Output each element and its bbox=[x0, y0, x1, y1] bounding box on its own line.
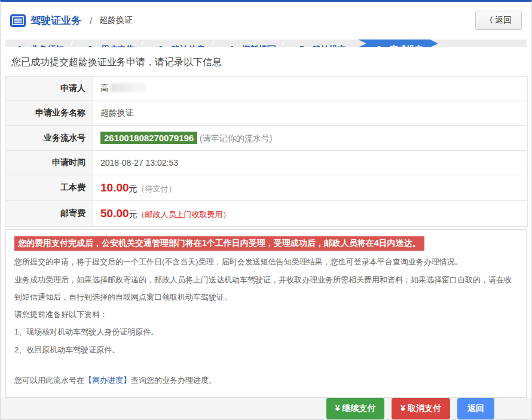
applicant-label: 申请人 bbox=[6, 77, 93, 101]
postage-fee-value: 50.00元（邮政人员上门收取费用） bbox=[93, 201, 528, 227]
postage-fee-amount: 50.00 bbox=[100, 207, 129, 220]
production-fee-note: （待支付） bbox=[137, 184, 176, 193]
production-fee-label: 工本费 bbox=[6, 175, 93, 201]
success-message: 您已成功提交超龄换证业务申请，请记录以下信息 bbox=[11, 56, 531, 69]
notice-box: 您的费用支付完成后，公安机关交通管理部门将在1个工作日内受理，受理成功后，邮政人… bbox=[5, 229, 527, 398]
serial-number-label: 业务流水号 bbox=[6, 126, 93, 151]
progress-query-line: 您可以用此流水号在【网办进度】查询您的业务办理进度。 bbox=[14, 372, 518, 389]
license-form-icon bbox=[10, 14, 26, 27]
breadcrumb-divider: / bbox=[90, 16, 92, 26]
step-3-confirm-info: 3、确认信息 bbox=[146, 39, 217, 47]
notice-paragraph-2: 业务成功受理后，如果选择邮政寄递的，邮政人员将上门送达机动车驾驶证，并收取办理业… bbox=[14, 271, 518, 306]
payment-warning-banner: 您的费用支付完成后，公安机关交通管理部门将在1个工作日内受理，受理成功后，邮政人… bbox=[14, 236, 424, 251]
table-row-applicant: 申请人 高 bbox=[6, 77, 528, 101]
notice-paragraph-3: 请您提前准备好以下资料： bbox=[14, 306, 518, 323]
business-name-label: 申请业务名称 bbox=[6, 101, 93, 126]
notice-paragraph-5: 2、收回原机动车驾驶证原件。 bbox=[14, 341, 518, 358]
redacted-name bbox=[111, 83, 145, 92]
chevron-left-icon: 〈 bbox=[485, 16, 493, 25]
step-progress-bar: 1、业务须知 2、用户申告 3、确认信息 4、资料填写 5、确认提交 6、完成提… bbox=[5, 39, 527, 47]
page-container: 驾驶证业务 / 超龄换证 〈返回 1、业务须知 2、用户申告 3、确认信息 4、… bbox=[0, 0, 532, 420]
table-row-serial-number: 业务流水号 261001808270079196 (请牢记你的流水号) bbox=[6, 126, 528, 151]
application-details-table: 申请人 高 申请业务名称 超龄换证 业务流水号 2610018082700791… bbox=[5, 76, 528, 227]
table-row-postage-fee: 邮寄费 50.00元（邮政人员上门收取费用） bbox=[6, 201, 528, 227]
online-progress-link[interactable]: 【网办进度】 bbox=[84, 376, 131, 385]
step-4-fill-materials: 4、资料填写 bbox=[217, 39, 288, 47]
postage-fee-note: （邮政人员上门收取费用） bbox=[137, 210, 231, 219]
continue-payment-button[interactable]: ¥ 继续支付 bbox=[326, 398, 385, 419]
postage-fee-label: 邮寄费 bbox=[6, 201, 93, 227]
footer-action-bar: ¥ 继续支付 ¥ 取消支付 返回 bbox=[1, 398, 531, 419]
applicant-name: 高 bbox=[100, 83, 109, 93]
table-row-production-fee: 工本费 10.00元（待支付） bbox=[6, 175, 528, 201]
apply-time-value: 2018-08-27 13:02:53 bbox=[93, 151, 528, 175]
business-name-value: 超龄换证 bbox=[93, 101, 528, 126]
header-back-label: 返回 bbox=[495, 15, 512, 25]
table-row-apply-time: 申请时间 2018-08-27 13:02:53 bbox=[6, 151, 528, 175]
production-fee-value: 10.00元（待支付） bbox=[93, 175, 528, 201]
step-2-user-declaration: 2、用户申告 bbox=[76, 39, 146, 47]
step-5-confirm-submit: 5、确认提交 bbox=[288, 39, 358, 47]
production-fee-unit: 元 bbox=[129, 184, 137, 193]
postage-fee-unit: 元 bbox=[129, 209, 137, 219]
page-title: 驾驶证业务 bbox=[30, 14, 81, 28]
progress-suffix: 查询您的业务办理进度。 bbox=[131, 376, 216, 385]
applicant-value: 高 bbox=[93, 77, 528, 101]
breadcrumb: 驾驶证业务 / 超龄换证 bbox=[10, 14, 133, 28]
footer-back-button[interactable]: 返回 bbox=[457, 398, 494, 419]
page-subtitle: 超龄换证 bbox=[99, 15, 133, 26]
cancel-payment-button[interactable]: ¥ 取消支付 bbox=[392, 398, 450, 419]
step-1-business-notes: 1、业务须知 bbox=[5, 39, 76, 47]
header: 驾驶证业务 / 超龄换证 〈返回 bbox=[1, 2, 531, 38]
production-fee-amount: 10.00 bbox=[100, 181, 129, 194]
serial-number-badge: 261001808270079196 bbox=[100, 132, 197, 144]
header-back-button[interactable]: 〈返回 bbox=[475, 11, 522, 30]
notice-paragraph-1: 您所提交的申请，将于提交后的一个工作日(不含当天)受理，届时会发送短信告知受理结… bbox=[14, 253, 518, 270]
progress-prefix: 您可以用此流水号在 bbox=[14, 376, 84, 385]
notice-paragraph-4: 1、现场核对机动车驾驶人身份证明原件。 bbox=[14, 323, 518, 340]
serial-number-note: (请牢记你的流水号) bbox=[200, 133, 272, 143]
step-6-complete-submit: 6、完成提交 bbox=[358, 39, 438, 47]
serial-number-value: 261001808270079196 (请牢记你的流水号) bbox=[93, 126, 528, 151]
apply-time-label: 申请时间 bbox=[6, 151, 93, 175]
table-row-business-name: 申请业务名称 超龄换证 bbox=[6, 101, 528, 126]
